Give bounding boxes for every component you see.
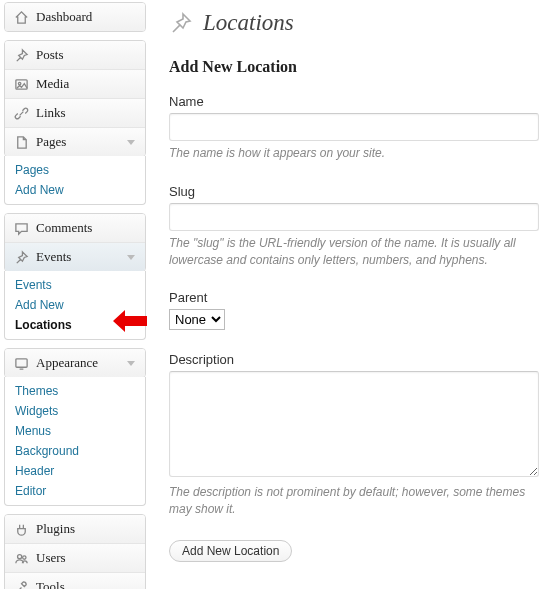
submenu-item[interactable]: Pages (5, 160, 145, 180)
sidebar-label: Users (36, 550, 137, 566)
section-heading: Add New Location (169, 58, 544, 76)
sidebar-item-posts[interactable]: Posts (5, 41, 145, 70)
sidebar-item-media[interactable]: Media (5, 70, 145, 99)
submenu-events: Events Add New Locations (4, 271, 146, 340)
svg-point-1 (18, 82, 20, 84)
svg-rect-2 (15, 358, 26, 366)
sidebar-item-dashboard[interactable]: Dashboard (5, 3, 145, 31)
sidebar-label: Dashboard (36, 9, 137, 25)
tools-icon (13, 579, 29, 589)
sidebar-item-links[interactable]: Links (5, 99, 145, 128)
submenu-appearance: Themes Widgets Menus Background Header E… (4, 377, 146, 506)
sidebar-item-events[interactable]: Events (5, 243, 145, 271)
svg-point-3 (17, 554, 21, 558)
sidebar-label: Media (36, 76, 137, 92)
label-parent: Parent (169, 290, 544, 305)
sidebar-item-plugins[interactable]: Plugins (5, 515, 145, 544)
submenu-pages: Pages Add New (4, 156, 146, 205)
plugin-icon (13, 521, 29, 537)
sidebar-label: Comments (36, 220, 137, 236)
submenu-item[interactable]: Add New (5, 295, 145, 315)
sidebar-label: Plugins (36, 521, 137, 537)
sidebar-item-pages[interactable]: Pages (5, 128, 145, 156)
sidebar-item-appearance[interactable]: Appearance (5, 349, 145, 377)
pin-icon (169, 11, 193, 35)
textarea-description[interactable] (169, 371, 539, 477)
sidebar-item-comments[interactable]: Comments (5, 214, 145, 243)
users-icon (13, 550, 29, 566)
label-slug: Slug (169, 184, 544, 199)
admin-sidebar: Dashboard Posts Media Links Pages (0, 0, 151, 589)
pin-icon (13, 249, 29, 265)
sidebar-label: Appearance (36, 355, 120, 371)
comment-icon (13, 220, 29, 236)
submit-button[interactable]: Add New Location (169, 540, 292, 562)
submenu-item[interactable]: Widgets (5, 401, 145, 421)
appearance-icon (13, 355, 29, 371)
page-icon (13, 134, 29, 150)
page-title-text: Locations (203, 10, 294, 36)
sidebar-label: Tools (36, 579, 137, 589)
field-parent: Parent None (169, 290, 544, 330)
submenu-item[interactable]: Header (5, 461, 145, 481)
sidebar-item-tools[interactable]: Tools (5, 573, 145, 589)
field-name: Name The name is how it appears on your … (169, 94, 544, 162)
submenu-item[interactable]: Menus (5, 421, 145, 441)
sidebar-item-users[interactable]: Users (5, 544, 145, 573)
sidebar-label: Posts (36, 47, 137, 63)
home-icon (13, 9, 29, 25)
hint-description: The description is not prominent by defa… (169, 484, 537, 518)
submenu-item[interactable]: Add New (5, 180, 145, 200)
input-name[interactable] (169, 113, 539, 141)
submenu-item-current[interactable]: Locations (5, 315, 145, 335)
input-slug[interactable] (169, 203, 539, 231)
sidebar-label: Links (36, 105, 137, 121)
submenu-item[interactable]: Events (5, 275, 145, 295)
submenu-item[interactable]: Editor (5, 481, 145, 501)
pin-icon (13, 47, 29, 63)
sidebar-label: Events (36, 249, 120, 265)
main-content: Locations Add New Location Name The name… (151, 0, 550, 589)
svg-point-4 (22, 555, 25, 558)
field-slug: Slug The "slug" is the URL-friendly vers… (169, 184, 544, 269)
sidebar-label: Pages (36, 134, 120, 150)
link-icon (13, 105, 29, 121)
field-description: Description The description is not promi… (169, 352, 544, 518)
hint-name: The name is how it appears on your site. (169, 145, 537, 162)
chevron-down-icon (127, 255, 135, 260)
select-parent[interactable]: None (169, 309, 225, 330)
chevron-down-icon (127, 361, 135, 366)
label-description: Description (169, 352, 544, 367)
page-title: Locations (169, 10, 544, 36)
submenu-item[interactable]: Background (5, 441, 145, 461)
submenu-item[interactable]: Themes (5, 381, 145, 401)
label-name: Name (169, 94, 544, 109)
chevron-down-icon (127, 140, 135, 145)
hint-slug: The "slug" is the URL-friendly version o… (169, 235, 537, 269)
media-icon (13, 76, 29, 92)
